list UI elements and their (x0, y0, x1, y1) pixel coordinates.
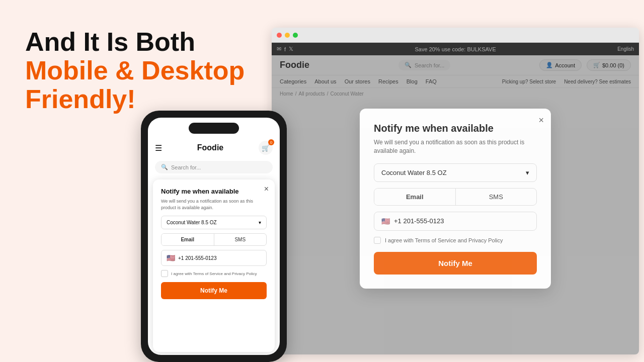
tab-sms[interactable]: SMS (456, 189, 537, 205)
browser-content: ✉ f 𝕏 Save 20% use code: BULKSAVE Englis… (272, 43, 639, 354)
terms-label: I agree with Terms of Service and Privac… (385, 237, 503, 243)
phone-search[interactable]: 🔍 Search for... (155, 161, 273, 173)
phone-flag-icon: 🇺🇸 (167, 254, 175, 262)
terms-checkbox[interactable] (374, 237, 381, 244)
phone-terms-label: I agree with Terms of Service and Privac… (171, 272, 257, 276)
desktop-browser: ✉ f 𝕏 Save 20% use code: BULKSAVE Englis… (272, 28, 639, 354)
hero-section: And It Is Both Mobile & Desktop Friendly… (25, 28, 257, 114)
phone-header: ☰ Foodie 🛒 0 (148, 138, 280, 158)
browser-topbar (272, 28, 639, 43)
browser-dot-yellow (285, 33, 290, 38)
phone-mockup: ☰ Foodie 🛒 0 🔍 Search for... × Notify me… (141, 111, 287, 362)
phone-phone-value: +1 201-555-0123 (178, 255, 216, 261)
phone-modal-subtitle: We will send you a notification as soon … (161, 198, 267, 211)
desktop-modal-overlay: × Notify me when available We will send … (272, 43, 639, 354)
phone-search-placeholder: Search for... (171, 164, 201, 170)
tab-email[interactable]: Email (374, 189, 456, 205)
phone-modal-title: Notify me when available (161, 188, 267, 195)
cart-badge: 0 (268, 139, 274, 145)
desktop-product-select[interactable]: Coconut Water 8.5 OZ ▾ (374, 163, 537, 182)
phone-terms-checkbox[interactable] (161, 270, 168, 277)
desktop-modal-tabs: Email SMS (374, 188, 537, 206)
browser-dot-green (293, 33, 298, 38)
phone-product-select[interactable]: Coconut Water 8.5 OZ ▾ (161, 216, 267, 229)
phone-product-name: Coconut Water 8.5 OZ (167, 220, 217, 225)
browser-dot-red (277, 33, 282, 38)
desktop-notify-button[interactable]: Notify Me (374, 252, 537, 275)
phone-notify-button[interactable]: Notify Me (161, 282, 267, 299)
phone-tab-sms[interactable]: SMS (214, 234, 267, 245)
desktop-modal-title: Notify me when available (374, 123, 537, 134)
hero-line1: And It Is Both (25, 28, 257, 56)
phone-search-icon: 🔍 (161, 164, 168, 170)
phone-tab-email[interactable]: Email (162, 234, 214, 245)
phone-cart-icon[interactable]: 🛒 0 (259, 141, 273, 155)
desktop-product-name: Coconut Water 8.5 OZ (381, 169, 447, 176)
flag-icon: 🇺🇸 (381, 217, 390, 225)
phone-phone-input[interactable]: 🇺🇸 +1 201-555-0123 (161, 250, 267, 266)
phone-chevron-down-icon: ▾ (259, 220, 261, 225)
phone-modal-close-button[interactable]: × (264, 185, 269, 194)
desktop-terms-row: I agree with Terms of Service and Privac… (374, 237, 537, 244)
phone-modal-tabs: Email SMS (161, 233, 267, 246)
desktop-phone-input[interactable]: 🇺🇸 +1 201-555-0123 (374, 212, 537, 231)
phone-notify-modal: × Notify me when available We will send … (153, 179, 275, 352)
desktop-notify-modal: × Notify me when available We will send … (360, 109, 551, 289)
phone-content: ☰ Foodie 🛒 0 🔍 Search for... × Notify me… (148, 118, 280, 355)
phone-inner: ☰ Foodie 🛒 0 🔍 Search for... × Notify me… (148, 118, 280, 355)
chevron-down-icon: ▾ (526, 169, 529, 176)
hero-line2: Mobile & Desktop Friendly! (25, 56, 257, 114)
desktop-modal-subtitle: We will send you a notification as soon … (374, 138, 537, 155)
desktop-modal-close-button[interactable]: × (538, 116, 544, 125)
phone-notch (189, 123, 239, 134)
phone-terms-row: I agree with Terms of Service and Privac… (161, 270, 267, 277)
phone-value: +1 201-555-0123 (394, 217, 444, 225)
phone-logo: Foodie (197, 143, 223, 152)
phone-hamburger-icon[interactable]: ☰ (155, 143, 162, 153)
